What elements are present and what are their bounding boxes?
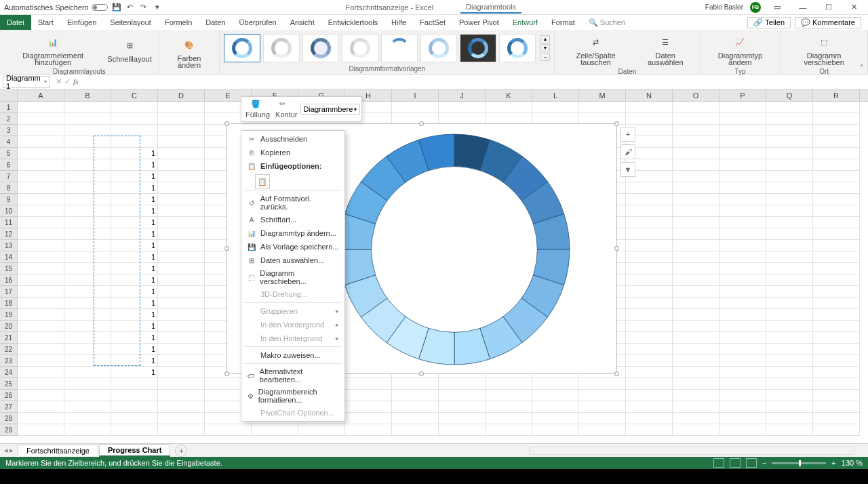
cell[interactable] xyxy=(766,298,813,309)
zoom-slider[interactable] xyxy=(772,462,826,464)
row-header[interactable]: 12 xyxy=(0,228,18,240)
cell[interactable] xyxy=(392,401,439,413)
cell[interactable] xyxy=(719,286,766,298)
cell[interactable] xyxy=(813,344,860,355)
tab-search[interactable]: 🔍Suchen xyxy=(582,15,632,30)
cell[interactable] xyxy=(766,194,813,205)
cell[interactable] xyxy=(766,424,813,436)
cell[interactable] xyxy=(719,424,766,436)
ctx-move-chart[interactable]: ⬚Diagramm verschieben... xyxy=(241,267,344,287)
cell[interactable] xyxy=(766,159,813,171)
cell[interactable] xyxy=(579,401,626,413)
cell[interactable] xyxy=(439,378,486,390)
user-avatar[interactable]: FB xyxy=(750,2,761,13)
cell[interactable] xyxy=(673,286,719,298)
cell[interactable] xyxy=(345,390,392,401)
cell[interactable] xyxy=(158,274,205,286)
cell[interactable] xyxy=(813,182,860,194)
cell[interactable] xyxy=(673,344,719,355)
cell[interactable] xyxy=(18,332,64,344)
cell[interactable] xyxy=(18,263,64,274)
add-chart-element-button[interactable]: 📊Diagrammelement hinzufügen xyxy=(4,31,102,67)
column-header[interactable]: Q xyxy=(766,89,813,101)
cell[interactable] xyxy=(158,390,205,401)
cell[interactable] xyxy=(345,401,392,413)
cell[interactable] xyxy=(719,159,766,171)
tab-factset[interactable]: FactSet xyxy=(413,15,452,30)
cell[interactable] xyxy=(673,217,719,228)
column-header[interactable]: D xyxy=(158,89,205,101)
cell[interactable] xyxy=(18,344,64,355)
cell[interactable] xyxy=(673,228,719,240)
cell[interactable]: 1 xyxy=(111,182,158,194)
cell[interactable] xyxy=(813,413,860,424)
cell[interactable] xyxy=(486,390,532,401)
cell[interactable] xyxy=(673,205,719,217)
row-header[interactable]: 20 xyxy=(0,321,18,332)
cell[interactable] xyxy=(18,367,64,378)
cell[interactable] xyxy=(673,298,719,309)
cell[interactable] xyxy=(18,355,64,367)
cell[interactable] xyxy=(813,424,860,436)
cell[interactable] xyxy=(158,378,205,390)
ctx-copy[interactable]: ⎘Kopieren xyxy=(241,146,344,159)
cell[interactable] xyxy=(719,378,766,390)
cell[interactable] xyxy=(18,424,64,436)
cell[interactable] xyxy=(439,390,486,401)
cell[interactable] xyxy=(111,390,158,401)
cell[interactable] xyxy=(486,378,532,390)
row-header[interactable]: 19 xyxy=(0,309,18,321)
cell[interactable] xyxy=(673,424,719,436)
row-header[interactable]: 29 xyxy=(0,424,18,436)
cell[interactable] xyxy=(719,321,766,332)
cell[interactable] xyxy=(766,309,813,321)
cell[interactable] xyxy=(64,367,111,378)
cell[interactable] xyxy=(766,136,813,148)
cell[interactable] xyxy=(158,148,205,159)
tab-developer[interactable]: Entwicklertools xyxy=(321,15,384,30)
cell[interactable] xyxy=(439,413,486,424)
paste-option-button[interactable]: 📋 xyxy=(255,174,270,189)
cell[interactable] xyxy=(18,240,64,251)
ctx-select-data[interactable]: ⊞Daten auswählen... xyxy=(241,253,344,267)
tab-file[interactable]: Datei xyxy=(0,15,31,30)
cell[interactable] xyxy=(111,136,158,148)
cell[interactable] xyxy=(719,401,766,413)
customize-qat-icon[interactable]: ▾ xyxy=(153,3,162,12)
cell[interactable] xyxy=(673,113,719,125)
chart-style-3[interactable] xyxy=(302,34,339,62)
fill-button[interactable]: 🪣Füllung xyxy=(243,98,273,120)
chart-style-5[interactable] xyxy=(381,34,418,62)
cell[interactable] xyxy=(766,228,813,240)
cell[interactable] xyxy=(18,309,64,321)
cell[interactable] xyxy=(813,390,860,401)
cell[interactable] xyxy=(673,240,719,251)
maximize-icon[interactable]: ☐ xyxy=(819,1,838,14)
cell[interactable] xyxy=(158,194,205,205)
cell[interactable] xyxy=(673,309,719,321)
chart-style-7[interactable] xyxy=(460,34,496,62)
cell[interactable] xyxy=(813,309,860,321)
column-header[interactable]: O xyxy=(673,89,719,101)
cell[interactable] xyxy=(673,263,719,274)
row-header[interactable]: 27 xyxy=(0,401,18,413)
cell[interactable] xyxy=(252,424,298,436)
page-break-view-button[interactable] xyxy=(746,458,757,468)
cell[interactable] xyxy=(719,413,766,424)
cell[interactable] xyxy=(813,332,860,344)
cell[interactable] xyxy=(626,240,673,251)
row-header[interactable]: 10 xyxy=(0,205,18,217)
ctx-assign-macro[interactable]: Makro zuweisen... xyxy=(241,348,344,362)
cell[interactable] xyxy=(18,390,64,401)
cell[interactable] xyxy=(719,205,766,217)
cell[interactable]: 1 xyxy=(111,274,158,286)
zoom-level[interactable]: 130 % xyxy=(842,459,863,467)
cell[interactable] xyxy=(18,136,64,148)
cell[interactable] xyxy=(626,413,673,424)
column-header[interactable]: A xyxy=(18,89,64,101)
cell[interactable] xyxy=(64,344,111,355)
cell[interactable] xyxy=(64,194,111,205)
row-header[interactable]: 22 xyxy=(0,344,18,355)
cell[interactable] xyxy=(158,159,205,171)
cell[interactable] xyxy=(111,378,158,390)
